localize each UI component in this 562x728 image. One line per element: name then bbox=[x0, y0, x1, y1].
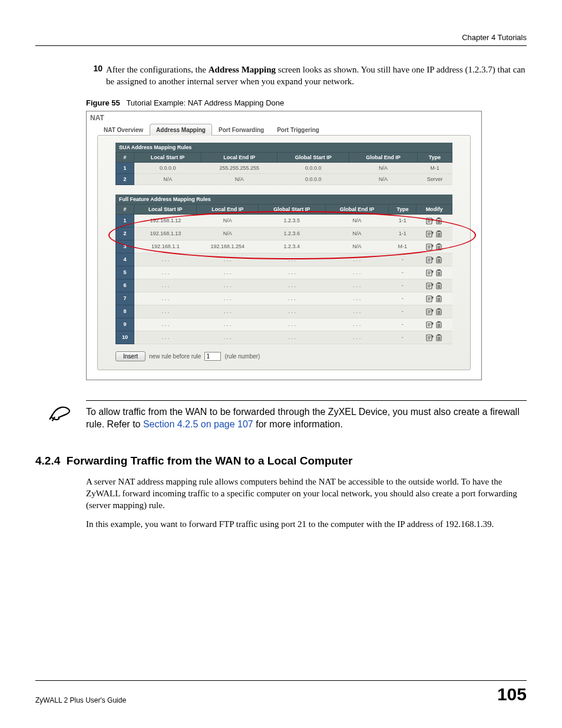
cell-gs: 0.0.0.0 bbox=[277, 173, 349, 185]
edit-icon[interactable] bbox=[426, 269, 434, 276]
cell-ge: . . . bbox=[325, 279, 389, 292]
delete-icon[interactable] bbox=[435, 256, 442, 263]
cell-ls: . . . bbox=[134, 253, 197, 266]
delete-icon[interactable] bbox=[435, 217, 442, 225]
row-num: 8 bbox=[116, 305, 134, 318]
col-ls: Local Start IP bbox=[134, 152, 201, 162]
cell-type: M-1 bbox=[389, 240, 416, 253]
delete-icon[interactable] bbox=[435, 243, 442, 251]
cell-ge: . . . bbox=[325, 318, 389, 331]
delete-icon[interactable] bbox=[435, 334, 442, 341]
insert-row: Insert new rule before rule (rule number… bbox=[115, 351, 452, 361]
cell-gs: . . . bbox=[259, 279, 325, 292]
delete-icon[interactable] bbox=[435, 308, 442, 315]
svg-rect-50 bbox=[438, 321, 441, 322]
cell-modify bbox=[416, 279, 452, 292]
edit-icon[interactable] bbox=[426, 230, 434, 238]
nat-panel: SUA Address Mapping Rules # Local Start … bbox=[97, 135, 471, 370]
tab-nat-overview[interactable]: NAT Overview bbox=[97, 124, 150, 136]
cell-le: . . . bbox=[197, 292, 259, 305]
table-row: 6. . .. . .. . .. . .- bbox=[116, 279, 452, 292]
delete-icon[interactable] bbox=[435, 295, 442, 302]
cell-gs: 1.2.3.6 bbox=[259, 227, 325, 240]
subsection-title: Forwarding Traffic from the WAN to a Loc… bbox=[67, 454, 353, 467]
edit-icon[interactable] bbox=[426, 308, 434, 315]
cell-ge: . . . bbox=[325, 266, 389, 279]
edit-icon[interactable] bbox=[426, 217, 434, 225]
table-row: 5. . .. . .. . .. . .- bbox=[116, 266, 452, 279]
edit-icon[interactable] bbox=[426, 282, 434, 289]
delete-icon[interactable] bbox=[435, 321, 442, 328]
cell-ls: 192.168.1.12 bbox=[134, 214, 197, 227]
table-row: 1192.168.1.12N/A1.2.3.5N/A1-1 bbox=[116, 214, 452, 227]
subsection-number: 4.2.4 bbox=[35, 454, 60, 467]
edit-icon[interactable] bbox=[426, 321, 434, 328]
cell-modify bbox=[416, 331, 452, 344]
tab-port-triggering[interactable]: Port Triggering bbox=[270, 124, 326, 136]
cell-ge: . . . bbox=[325, 331, 389, 344]
cell-le: N/A bbox=[201, 173, 277, 185]
cell-type: - bbox=[389, 292, 416, 305]
edit-icon[interactable] bbox=[426, 334, 434, 341]
delete-icon[interactable] bbox=[435, 230, 442, 238]
page-number: 105 bbox=[497, 684, 527, 704]
cell-ls: N/A bbox=[134, 173, 201, 185]
tab-port-forwarding[interactable]: Port Forwarding bbox=[212, 124, 270, 136]
svg-rect-8 bbox=[438, 230, 441, 232]
cell-le: . . . bbox=[197, 305, 259, 318]
edit-icon[interactable] bbox=[426, 256, 434, 263]
table-row: 10.0.0.0255.255.255.2550.0.0.0N/AM-1 bbox=[116, 162, 452, 173]
cell-type: - bbox=[389, 279, 416, 292]
cell-type: 1-1 bbox=[389, 214, 416, 227]
cell-ge: . . . bbox=[325, 305, 389, 318]
col-type: Type bbox=[417, 152, 452, 162]
row-num: 5 bbox=[116, 266, 134, 279]
cell-modify bbox=[416, 240, 452, 253]
cell-gs: 1.2.3.4 bbox=[259, 240, 325, 253]
col-le: Local End IP bbox=[201, 152, 277, 162]
figure-label: Figure 55 bbox=[86, 98, 120, 107]
header-rule bbox=[35, 45, 527, 46]
note-link[interactable]: Section 4.2.5 on page 107 bbox=[143, 419, 253, 429]
cell-gs: . . . bbox=[259, 331, 325, 344]
note: To allow traffic from the WAN to be forw… bbox=[35, 400, 527, 431]
table-row: 7. . .. . .. . .. . .- bbox=[116, 292, 452, 305]
tab-address-mapping[interactable]: Address Mapping bbox=[150, 124, 212, 136]
edit-icon[interactable] bbox=[426, 295, 434, 302]
figure-caption: Figure 55 Tutorial Example: NAT Address … bbox=[86, 98, 527, 107]
cell-ls: . . . bbox=[134, 292, 197, 305]
col-gs: Global Start IP bbox=[277, 152, 349, 162]
svg-rect-20 bbox=[438, 256, 441, 258]
sua-table: # Local Start IP Local End IP Global Sta… bbox=[115, 152, 452, 185]
nat-title: NAT bbox=[87, 111, 481, 123]
cell-type: M-1 bbox=[417, 162, 452, 173]
insert-button[interactable]: Insert bbox=[115, 351, 146, 361]
cell-modify bbox=[416, 214, 452, 227]
note-text-after: for more information. bbox=[253, 419, 343, 429]
full-header: Full Feature Address Mapping Rules bbox=[115, 195, 452, 204]
cell-ge: N/A bbox=[325, 214, 389, 227]
svg-rect-2 bbox=[438, 218, 441, 219]
row-num: 6 bbox=[116, 279, 134, 292]
col-num: # bbox=[116, 204, 134, 214]
cell-type: - bbox=[389, 253, 416, 266]
col-ls: Local Start IP bbox=[134, 204, 197, 214]
cell-le: . . . bbox=[197, 331, 259, 344]
step-body: After the configurations, the Address Ma… bbox=[106, 64, 527, 88]
row-num: 2 bbox=[116, 227, 134, 240]
cell-ls: . . . bbox=[134, 266, 197, 279]
step-bold: Address Mapping bbox=[209, 65, 276, 74]
table-row: 10. . .. . .. . .. . .- bbox=[116, 331, 452, 344]
row-num: 7 bbox=[116, 292, 134, 305]
cell-ge: N/A bbox=[349, 162, 418, 173]
footer: ZyWALL 2 Plus User's Guide 105 bbox=[35, 680, 527, 704]
sua-header: SUA Address Mapping Rules bbox=[115, 143, 452, 152]
insert-rule-number-input[interactable] bbox=[204, 352, 221, 361]
cell-type: 1-1 bbox=[389, 227, 416, 240]
delete-icon[interactable] bbox=[435, 282, 442, 289]
edit-icon[interactable] bbox=[426, 243, 434, 251]
delete-icon[interactable] bbox=[435, 269, 442, 276]
col-gs: Global Start IP bbox=[259, 204, 325, 214]
cell-gs: . . . bbox=[259, 266, 325, 279]
cell-type: - bbox=[389, 331, 416, 344]
